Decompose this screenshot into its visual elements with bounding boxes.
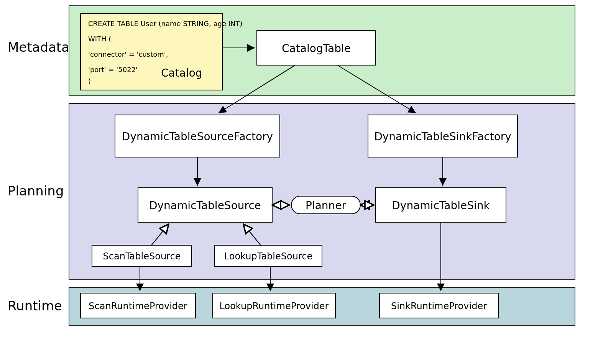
text-sink: DynamicTableSink [392, 199, 490, 212]
diagram-canvas: Metadata Planning Runtime CREATE TABLE U… [0, 0, 598, 364]
code-line: CREATE TABLE User (name STRING, age INT) [88, 20, 243, 28]
text-sinkfactory: DynamicTableSinkFactory [374, 130, 511, 143]
text-scansource: ScanTableSource [103, 251, 181, 262]
text-scanruntime: ScanRuntimeProvider [89, 301, 187, 312]
text-source: DynamicTableSource [149, 199, 261, 212]
text-planner: Planner [306, 199, 347, 212]
code-line: WITH ( [88, 35, 111, 43]
code-line: 'port' = '5022' [88, 66, 138, 74]
text-sinkruntime: SinkRuntimeProvider [391, 301, 487, 312]
code-line: ) [88, 77, 91, 85]
text-catalogtable: CatalogTable [282, 42, 351, 55]
label-metadata: Metadata [8, 39, 69, 55]
text-sourcefactory: DynamicTableSourceFactory [122, 130, 273, 143]
label-runtime: Runtime [8, 298, 62, 313]
text-lookupsource: LookupTableSource [224, 251, 312, 262]
label-planning: Planning [8, 183, 64, 198]
code-line: 'connector' = 'custom', [88, 50, 168, 58]
catalog-label: Catalog [161, 67, 202, 79]
text-lookupruntime: LookupRuntimeProvider [220, 301, 329, 312]
